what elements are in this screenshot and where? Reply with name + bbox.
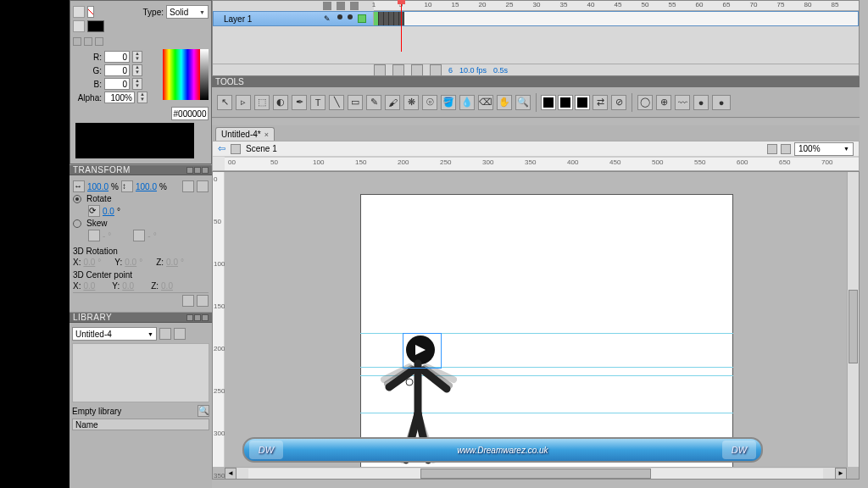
fill-swatch[interactable] [559,96,572,109]
edit-multiple-frames-icon[interactable] [411,64,423,76]
black-swatch[interactable] [576,96,589,109]
horizontal-ruler[interactable]: 0050100150200250300350400450500550600650… [225,157,859,170]
onion-skin-icon[interactable] [374,64,386,76]
collapse-icon[interactable] [186,314,193,321]
playhead[interactable] [401,1,402,52]
fill-type-select[interactable]: Solid [166,5,209,19]
reset-scale-icon[interactable] [197,180,209,192]
alpha-input[interactable] [104,92,135,103]
transform-panel-header[interactable]: TRANSFORM [70,164,212,175]
deco-tool[interactable]: ❋ [403,95,419,110]
outline-swatch-icon[interactable] [358,14,366,23]
scrollbar-thumb[interactable] [849,290,858,363]
color-picker-gradient[interactable] [163,49,200,100]
brush-size-icon[interactable]: ● [693,95,709,110]
text-tool[interactable]: T [310,95,326,110]
subselection-tool[interactable]: ▹ [236,95,251,110]
snap-icon[interactable]: ⊕ [656,95,671,110]
color-picker-lightness[interactable] [200,49,209,100]
scrollbar-thumb[interactable] [420,469,650,479]
constrain-icon[interactable] [182,180,194,192]
timeline-ruler[interactable]: 1510152025303540455055606570758085 [374,1,859,11]
timeline-frames[interactable] [373,12,858,25]
collapse-icon[interactable] [186,167,193,174]
outline-column-icon[interactable] [350,2,359,10]
modify-onion-markers-icon[interactable] [430,64,442,76]
skew-radio[interactable] [73,219,81,228]
library-column-name[interactable]: Name [72,419,209,430]
lock-dot-icon[interactable] [348,14,353,19]
b-spinner[interactable]: ▲▼ [132,78,142,90]
paint-bucket-tool[interactable]: 🪣 [441,95,456,110]
selection-box[interactable] [403,333,442,369]
stroke-swatch[interactable] [542,96,555,109]
horizontal-scrollbar[interactable]: ◄ ► [225,467,847,479]
pencil-tool[interactable]: ✎ [366,95,381,110]
rot3d-y[interactable]: 0.0 [125,258,136,267]
new-library-icon[interactable] [174,328,186,340]
back-icon[interactable]: ⇦ [218,143,225,154]
center3d-x[interactable]: 0.0 [83,281,95,291]
close-icon[interactable] [202,167,209,174]
r-input[interactable] [104,51,130,63]
fill-color-icon[interactable] [73,20,85,32]
alpha-spinner[interactable]: ▲▼ [137,92,147,103]
swap-colors-icon[interactable] [73,37,81,46]
scroll-left-icon[interactable]: ◄ [225,468,236,480]
scale-h-value[interactable]: 100.0 [136,182,157,191]
scene-name[interactable]: Scene 1 [246,144,277,153]
rot3d-z[interactable]: 0.0 [166,258,178,267]
no-color-tool-icon[interactable]: ⊘ [611,95,626,110]
b-input[interactable] [104,78,130,90]
r-spinner[interactable]: ▲▼ [132,51,142,63]
edit-layer-icon[interactable]: ✎ [324,14,332,23]
brush-shape-icon[interactable]: ● [712,95,731,110]
eyedropper-tool[interactable]: 💧 [459,95,475,110]
center3d-y[interactable]: 0.0 [122,281,134,291]
lock-column-icon[interactable] [337,2,345,10]
bone-tool[interactable]: ⦾ [422,95,437,110]
onion-skin-outline-icon[interactable] [392,64,404,76]
timeline-layer[interactable]: Layer 1 ✎ [213,11,859,26]
duplicate-transform-icon[interactable] [182,295,194,307]
rectangle-tool[interactable]: ▭ [348,95,363,110]
zoom-tool[interactable]: 🔍 [515,95,531,110]
eye-column-icon[interactable] [323,2,331,10]
eraser-tool[interactable]: ⌫ [478,95,493,110]
swap-colors-tool-icon[interactable]: ⇄ [593,95,608,110]
stage[interactable] [225,172,847,467]
rotate-radio[interactable] [73,195,81,203]
skew-h-value[interactable]: - [103,231,105,241]
library-panel-header[interactable]: LIBRARY [70,312,212,323]
g-spinner[interactable]: ▲▼ [132,64,142,76]
center3d-z[interactable]: 0.0 [161,281,173,291]
close-icon[interactable] [202,314,209,321]
zoom-select[interactable]: 100% [794,142,854,156]
layer-name[interactable]: Layer 1 [214,14,324,24]
menu-icon[interactable] [194,314,201,321]
scroll-right-icon[interactable]: ► [835,468,847,480]
pin-library-icon[interactable] [159,328,171,340]
no-color-icon[interactable] [95,37,103,46]
selection-tool[interactable]: ↖ [217,95,232,110]
smooth-icon[interactable]: 〰 [675,95,690,110]
remove-transform-icon[interactable] [197,295,209,307]
vertical-scrollbar[interactable] [847,172,859,467]
stroke-color-icon[interactable] [73,6,85,18]
rot3d-x[interactable]: 0.0 [83,258,95,267]
default-colors-icon[interactable] [84,37,92,46]
g-input[interactable] [104,64,130,76]
line-tool[interactable]: ╲ [329,95,344,110]
object-drawing-icon[interactable]: ◯ [637,95,653,110]
menu-icon[interactable] [194,167,201,174]
fill-swatch[interactable] [87,20,104,32]
edit-symbols-icon[interactable] [781,144,791,154]
vertical-ruler[interactable]: 050100150200250300350 [213,172,225,467]
library-doc-select[interactable]: Untitled-4 [72,327,157,341]
lasso-tool[interactable]: ◐ [273,95,288,110]
hand-tool[interactable]: ✋ [497,95,512,110]
rotate-value[interactable]: 0.0 [103,207,114,216]
pen-tool[interactable]: ✒ [292,95,307,110]
visible-dot-icon[interactable] [337,14,342,19]
search-icon[interactable]: 🔍 [198,405,209,417]
